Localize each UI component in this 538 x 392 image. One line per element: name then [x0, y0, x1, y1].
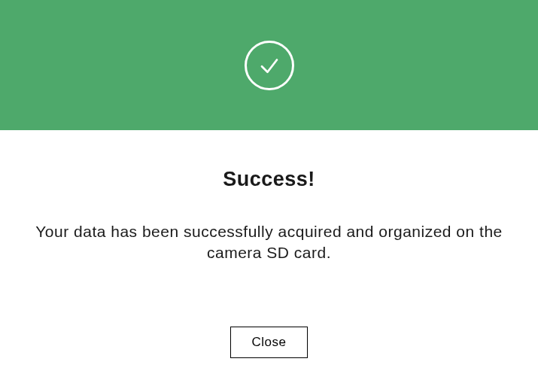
dialog-actions: Close: [0, 327, 538, 358]
dialog-header: [0, 0, 538, 130]
dialog-content: Success! Your data has been successfully…: [0, 130, 538, 264]
dialog-title: Success!: [23, 168, 515, 191]
checkmark-icon: [245, 41, 294, 90]
close-button[interactable]: Close: [230, 327, 309, 358]
dialog-message: Your data has been successfully acquired…: [23, 221, 515, 264]
